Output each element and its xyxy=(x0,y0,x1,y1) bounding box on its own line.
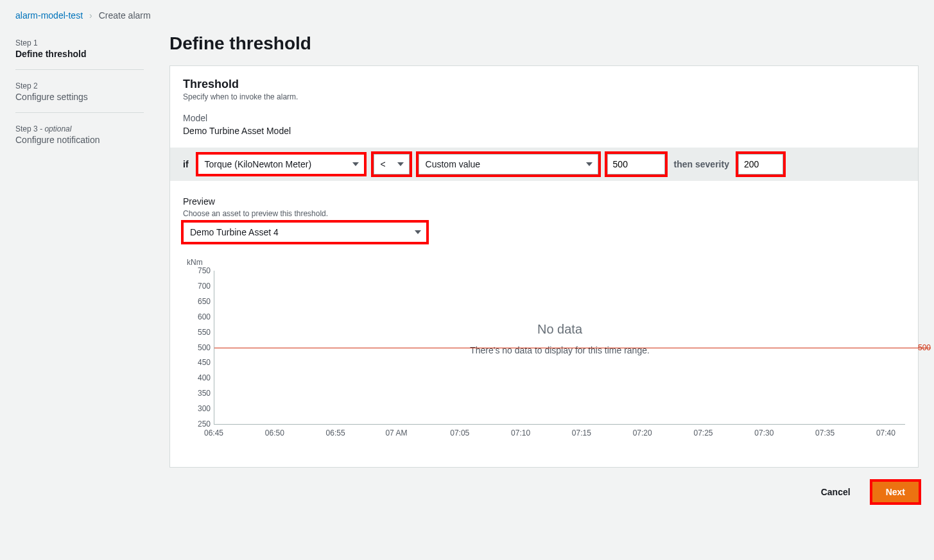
breadcrumb-current: Create alarm xyxy=(99,10,151,21)
chart-unit: kNm xyxy=(187,258,905,267)
x-tick: 07:40 xyxy=(876,428,895,437)
compare-type-select[interactable]: Custom value xyxy=(419,154,598,174)
preview-heading: Preview xyxy=(183,196,905,207)
y-tick: 300 xyxy=(189,404,211,413)
no-data-title: No data xyxy=(537,321,582,336)
threshold-desc: Specify when to invoke the alarm. xyxy=(183,92,905,101)
threshold-line-label: 500 xyxy=(918,343,931,352)
x-tick: 07:25 xyxy=(693,428,713,437)
preview-desc: Choose an asset to preview this threshol… xyxy=(183,209,905,218)
preview-chart: No data There's no data to display for t… xyxy=(183,271,905,455)
breadcrumb-parent[interactable]: alarm-model-test xyxy=(15,10,83,21)
step-title: Define threshold xyxy=(15,49,144,59)
preview-asset-value: Demo Turbine Asset 4 xyxy=(190,227,279,237)
x-tick: 06:55 xyxy=(326,428,345,437)
x-tick: 07:30 xyxy=(754,428,774,437)
cancel-button[interactable]: Cancel xyxy=(808,482,863,502)
step-number: Step 3 - optional xyxy=(15,124,144,133)
threshold-heading: Threshold xyxy=(183,78,905,91)
y-tick: 250 xyxy=(189,420,211,428)
threshold-value-input[interactable] xyxy=(607,154,665,174)
breadcrumb: alarm-model-test › Create alarm xyxy=(15,10,919,21)
x-tick: 07:05 xyxy=(450,428,469,437)
y-tick: 650 xyxy=(189,297,211,306)
then-severity-label: then severity xyxy=(674,159,729,169)
step-1[interactable]: Step 1 Define threshold xyxy=(15,33,144,70)
x-tick: 07 AM xyxy=(385,428,407,437)
threshold-panel: Threshold Specify when to invoke the ala… xyxy=(169,65,919,468)
wizard-footer: Cancel Next xyxy=(169,482,919,502)
chevron-right-icon: › xyxy=(89,10,92,21)
x-tick: 07:10 xyxy=(511,428,530,437)
preview-asset-select[interactable]: Demo Turbine Asset 4 xyxy=(183,222,427,242)
property-select-value: Torque (KiloNewton Meter) xyxy=(205,159,312,169)
x-tick: 07:15 xyxy=(572,428,591,437)
step-title: Configure settings xyxy=(15,92,144,102)
wizard-steps: Step 1 Define threshold Step 2 Configure… xyxy=(15,33,144,502)
chevron-down-icon xyxy=(352,162,359,166)
chevron-down-icon xyxy=(586,162,592,166)
operator-select[interactable]: < xyxy=(374,154,410,174)
severity-input[interactable] xyxy=(738,154,783,174)
chevron-down-icon xyxy=(415,230,421,234)
y-tick: 550 xyxy=(189,328,211,337)
model-value: Demo Turbine Asset Model xyxy=(183,126,905,136)
y-tick: 400 xyxy=(189,373,211,382)
model-label: Model xyxy=(183,113,905,123)
step-number: Step 1 xyxy=(15,38,144,47)
chevron-down-icon xyxy=(397,162,404,166)
property-select[interactable]: Torque (KiloNewton Meter) xyxy=(198,154,365,174)
y-tick: 450 xyxy=(189,358,211,367)
threshold-rule-row: if Torque (KiloNewton Meter) < Custom va… xyxy=(170,148,918,181)
y-tick: 750 xyxy=(189,266,211,275)
step-2[interactable]: Step 2 Configure settings xyxy=(15,76,144,113)
operator-select-value: < xyxy=(381,159,386,169)
next-button[interactable]: Next xyxy=(872,482,919,502)
y-tick: 350 xyxy=(189,389,211,398)
compare-type-value: Custom value xyxy=(426,159,481,169)
y-tick: 600 xyxy=(189,312,211,321)
y-tick: 500 xyxy=(189,343,211,352)
x-tick: 06:45 xyxy=(204,428,223,437)
step-title: Configure notification xyxy=(15,135,144,145)
x-tick: 07:20 xyxy=(633,428,652,437)
threshold-line xyxy=(214,348,931,348)
step-3[interactable]: Step 3 - optional Configure notification xyxy=(15,119,144,155)
y-tick: 700 xyxy=(189,282,211,291)
x-tick: 07:35 xyxy=(815,428,835,437)
x-tick: 06:50 xyxy=(265,428,284,437)
step-number: Step 2 xyxy=(15,81,144,90)
page-title: Define threshold xyxy=(169,33,919,54)
if-label: if xyxy=(183,159,189,169)
